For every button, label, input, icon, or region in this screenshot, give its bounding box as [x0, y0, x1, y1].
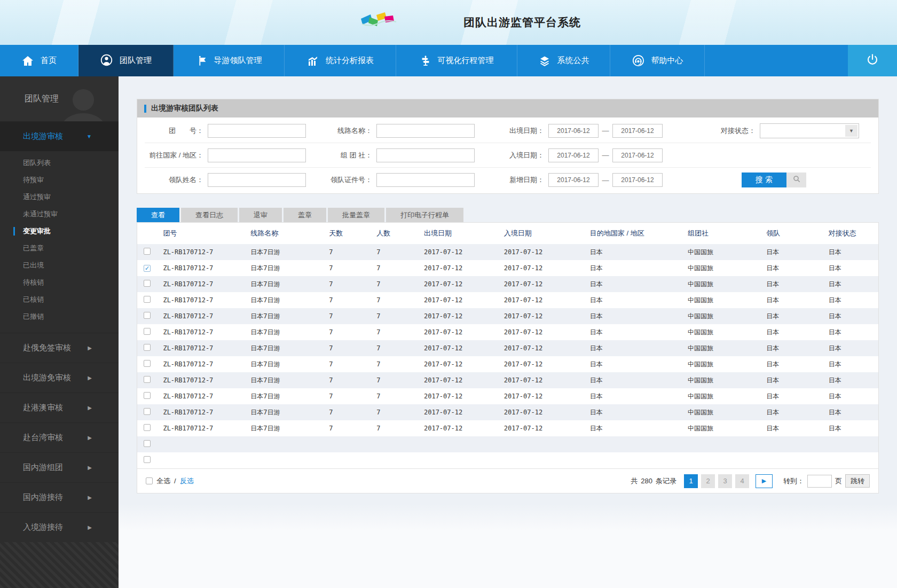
row-checkbox[interactable] — [144, 424, 151, 431]
row-checkbox[interactable] — [144, 280, 151, 287]
added-date-from-input[interactable] — [548, 173, 599, 187]
row-checkbox[interactable] — [144, 360, 151, 367]
row-cell: 7 — [374, 420, 422, 436]
column-header: 团号 — [161, 223, 248, 244]
row-cell: 7 — [327, 260, 374, 276]
invert-selection-link[interactable]: 反选 — [180, 476, 194, 486]
row-cell: 中国国旅 — [686, 244, 764, 260]
route-name-input[interactable] — [376, 124, 475, 138]
group-no-input[interactable] — [208, 124, 306, 138]
row-checkbox[interactable] — [144, 392, 151, 399]
row-cell: 7 — [374, 292, 422, 308]
headset-icon — [632, 54, 645, 67]
sidebar-item[interactable]: 已出境 — [0, 257, 119, 274]
row-checkbox[interactable] — [144, 328, 151, 335]
sidebar-group-4[interactable]: 赴台湾审核▶ — [0, 422, 119, 452]
row-checkbox[interactable] — [144, 408, 151, 415]
total-count: 280 — [641, 477, 652, 485]
row-checkbox[interactable] — [144, 312, 151, 319]
row-checkbox[interactable] — [144, 440, 151, 447]
sidebar-group-label: 赴台湾审核 — [23, 433, 63, 443]
row-cell: 日本7日游 — [248, 244, 327, 260]
row-checkbox[interactable] — [144, 248, 151, 255]
goto-page-input[interactable] — [807, 475, 832, 488]
nav-item-home[interactable]: 首页 — [0, 45, 78, 76]
tab-打印电子行程单[interactable]: 打印电子行程单 — [386, 208, 463, 222]
next-page-button[interactable]: ▶ — [756, 474, 773, 488]
agency-input[interactable] — [376, 148, 475, 162]
row-cell: 日本 — [827, 324, 878, 340]
sidebar-item[interactable]: 未通过预审 — [0, 206, 119, 223]
search-magnifier-button[interactable] — [786, 173, 806, 187]
row-cell: 7 — [374, 356, 422, 372]
nav-item-system[interactable]: 系统公共 — [517, 45, 610, 76]
sidebar-item[interactable]: 已核销 — [0, 291, 119, 308]
sidebar-group-3[interactable]: 赴港澳审核▶ — [0, 393, 119, 422]
page-button-3[interactable]: 3 — [718, 474, 732, 488]
tab-盖章[interactable]: 盖章 — [284, 208, 326, 222]
row-cell: 日本 — [827, 404, 878, 420]
row-checkbox-cell — [137, 292, 161, 308]
row-checkbox[interactable] — [144, 296, 151, 303]
row-cell: 中国国旅 — [686, 324, 764, 340]
sidebar-group-2[interactable]: 出境游免审核▶ — [0, 363, 119, 393]
status-select[interactable]: ▼ — [760, 123, 859, 138]
row-checkbox[interactable] — [144, 376, 151, 383]
row-cell: 7 — [327, 276, 374, 292]
row-cell — [422, 452, 502, 468]
entry-date-from-input[interactable] — [548, 148, 599, 162]
sidebar-group-label: 出境游审核 — [23, 131, 63, 142]
entry-date-to-input[interactable] — [612, 148, 663, 162]
sidebar-item[interactable]: 待预审 — [0, 171, 119, 189]
tab-退审[interactable]: 退审 — [239, 208, 282, 222]
sidebar-item[interactable]: 已撤销 — [0, 308, 119, 325]
page-button-4[interactable]: 4 — [735, 474, 749, 488]
sidebar-item[interactable]: 变更审批 — [0, 223, 119, 240]
nav-item-guide[interactable]: 导游领队管理 — [174, 45, 285, 76]
tab-查看日志[interactable]: 查看日志 — [181, 208, 238, 222]
jump-button[interactable]: 跳转 — [845, 474, 870, 488]
leader-id-input[interactable] — [376, 173, 475, 187]
group-no-label: 团 号： — [145, 126, 208, 136]
depart-date-from-input[interactable] — [548, 124, 599, 138]
sidebar-group-5[interactable]: 国内游组团▶ — [0, 452, 119, 482]
logout-button[interactable] — [848, 45, 897, 76]
page-button-1[interactable]: 1 — [684, 474, 698, 488]
sidebar-group-7[interactable]: 入境游接待▶ — [0, 512, 119, 542]
chevron-down-icon: ▼ — [86, 134, 92, 139]
row-cell: 7 — [327, 372, 374, 388]
row-cell: ZL-RB170712-7 — [161, 340, 248, 356]
nav-item-stats[interactable]: 统计分析报表 — [285, 45, 396, 76]
sidebar-group-1[interactable]: 赴俄免签审核▶ — [0, 333, 119, 363]
row-cell — [827, 452, 878, 468]
tab-批量盖章[interactable]: 批量盖章 — [328, 208, 384, 222]
sidebar-item[interactable]: 已盖章 — [0, 240, 119, 257]
added-date-to-input[interactable] — [612, 173, 663, 187]
nav-item-team[interactable]: 团队管理 — [78, 45, 174, 76]
row-cell: ZL-RB170712-7 — [161, 260, 248, 276]
select-all-checkbox[interactable] — [146, 477, 153, 484]
sidebar-item[interactable]: 通过预审 — [0, 189, 119, 206]
row-cell: 日本 — [764, 388, 827, 404]
page-button-2[interactable]: 2 — [701, 474, 715, 488]
nav-item-help[interactable]: 帮助中心 — [610, 45, 705, 76]
sidebar-item[interactable]: 待核销 — [0, 274, 119, 291]
nav-item-visual[interactable]: 可视化行程管理 — [396, 45, 517, 76]
row-cell: 日本7日游 — [248, 372, 327, 388]
sidebar-group-6[interactable]: 国内游接待▶ — [0, 482, 119, 512]
tab-查看[interactable]: 查看 — [137, 208, 179, 222]
search-button[interactable]: 搜 索 — [742, 173, 786, 187]
sidebar-item[interactable]: 团队列表 — [0, 154, 119, 171]
row-checkbox[interactable] — [144, 344, 151, 351]
leader-name-input[interactable] — [208, 173, 306, 187]
page-word: 页 — [835, 476, 842, 486]
depart-date-to-input[interactable] — [612, 124, 663, 138]
country-input[interactable] — [208, 148, 306, 162]
row-checkbox[interactable]: ✓ — [144, 265, 151, 272]
row-cell: ZL-RB170712-7 — [161, 356, 248, 372]
row-cell: ZL-RB170712-7 — [161, 404, 248, 420]
chevron-down-icon[interactable]: ▼ — [845, 125, 857, 137]
sidebar-group-0[interactable]: 出境游审核▼ — [0, 121, 119, 151]
row-checkbox[interactable] — [144, 456, 151, 463]
row-cell — [502, 436, 588, 452]
